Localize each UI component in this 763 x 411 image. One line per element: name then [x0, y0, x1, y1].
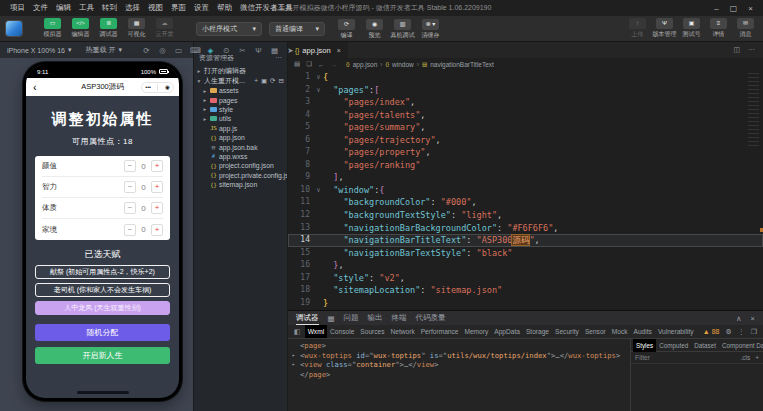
- devtools-tab-memory[interactable]: Memory: [461, 325, 491, 338]
- hot-reload-dropdown[interactable]: 热重载 开 ▾: [86, 45, 122, 55]
- wxml-node[interactable]: <page>: [292, 341, 628, 351]
- inspect-icon[interactable]: ◎: [158, 46, 167, 55]
- breadcrumb-item[interactable]: app.json: [353, 61, 378, 68]
- expand-arrow-icon[interactable]: ▸: [292, 351, 300, 361]
- action-button[interactable]: ▥真机调试: [390, 19, 415, 40]
- keyboard-icon[interactable]: ⌨: [190, 46, 199, 55]
- devtools-tab-network[interactable]: Network: [388, 325, 418, 338]
- menu-item[interactable]: 工具: [75, 3, 98, 13]
- branch-icon[interactable]: Ψ: [254, 46, 263, 55]
- scissors-icon[interactable]: ✂: [238, 46, 247, 55]
- minus-button[interactable]: −: [124, 224, 136, 236]
- dock-icon[interactable]: ◧: [290, 328, 305, 336]
- styles-tab-dataset[interactable]: Dataset: [691, 339, 719, 352]
- project-action-button[interactable]: ✉消息: [733, 18, 758, 39]
- menu-item[interactable]: 微信开发者工具: [236, 3, 297, 13]
- talent-button[interactable]: 老司机 (你和家人不会发生车祸): [35, 283, 170, 297]
- wxml-node[interactable]: </page>: [292, 370, 628, 380]
- grid-icon[interactable]: ▦: [270, 46, 279, 55]
- file-row[interactable]: ▸utils: [194, 114, 287, 123]
- start-life-button[interactable]: 开启新人生: [35, 347, 170, 364]
- minus-button[interactable]: −: [124, 202, 136, 214]
- action-button[interactable]: ⟳编译: [334, 19, 359, 40]
- filter-input[interactable]: [635, 354, 736, 361]
- panel-grid-icon[interactable]: ▦: [328, 314, 335, 323]
- fold-icon[interactable]: ∨: [314, 84, 323, 97]
- plus-button[interactable]: +: [151, 202, 163, 214]
- add-style-icon[interactable]: +: [755, 354, 759, 361]
- debugger-tab[interactable]: 终端: [392, 313, 407, 323]
- fold-icon[interactable]: ∨: [314, 71, 323, 84]
- menu-item[interactable]: 选择: [121, 3, 144, 13]
- gear-icon[interactable]: ⚙: [725, 328, 731, 336]
- menu-item[interactable]: 编辑: [52, 3, 75, 13]
- devtools-tab-storage[interactable]: Storage: [523, 325, 552, 338]
- devtools-tab-performance[interactable]: Performance: [418, 325, 462, 338]
- menu-item[interactable]: 视图: [144, 3, 167, 13]
- styles-tab-styles[interactable]: Styles: [633, 339, 656, 352]
- bookmark-icon[interactable]: ❏: [306, 60, 312, 68]
- module-button[interactable]: ≣调试器: [96, 18, 121, 39]
- file-row[interactable]: {}project.config.json: [194, 161, 287, 170]
- refresh-icon[interactable]: ⟳: [142, 46, 151, 55]
- breadcrumb-item[interactable]: window: [392, 61, 414, 68]
- plus-button[interactable]: +: [151, 181, 163, 193]
- code-editor[interactable]: 1∨{2∨ "pages":[3 "pages/index",4 "pages/…: [288, 70, 763, 310]
- refresh-icon[interactable]: ⟳: [270, 77, 275, 85]
- new-file-icon[interactable]: +: [254, 77, 258, 85]
- devtools-tab-sensor[interactable]: Sensor: [582, 325, 609, 338]
- styles-tab-computed[interactable]: Computed: [656, 339, 691, 352]
- file-row[interactable]: JSapp.js: [194, 124, 287, 133]
- debugger-tab[interactable]: 问题: [344, 313, 359, 323]
- mode-dropdown[interactable]: 小程序模式 ▾: [196, 22, 262, 36]
- warning-badge[interactable]: ▲88: [703, 328, 720, 335]
- random-assign-button[interactable]: 随机分配: [35, 324, 170, 341]
- devtools-tab-vulnerability[interactable]: Vulnerability: [655, 325, 697, 338]
- split-editor-icon[interactable]: ◫: [733, 46, 740, 54]
- project-action-button[interactable]: Ψ版本管理: [652, 18, 677, 39]
- menu-item[interactable]: 文件: [29, 3, 52, 13]
- action-button[interactable]: ◉预览: [362, 19, 387, 40]
- close-icon[interactable]: ×: [751, 314, 755, 323]
- module-button[interactable]: </>编辑器: [68, 18, 93, 39]
- file-row[interactable]: ▸style: [194, 105, 287, 114]
- menu-item[interactable]: 界面: [167, 3, 190, 13]
- device-dropdown[interactable]: iPhone X 100% 16 ▾: [7, 46, 72, 54]
- wxml-node[interactable]: ▸<wux-toptips id="wux-toptips" is="utils…: [292, 351, 628, 361]
- minimize-icon[interactable]: –: [714, 4, 718, 13]
- file-row[interactable]: {}project.private.config.js...: [194, 171, 287, 180]
- expand-arrow-icon[interactable]: ▸: [292, 360, 300, 370]
- debugger-tab[interactable]: 代码质量: [416, 313, 446, 323]
- devtools-tab-appdata[interactable]: AppData: [491, 325, 523, 338]
- more-icon[interactable]: ⋯: [748, 46, 755, 54]
- new-folder-icon[interactable]: ▣: [261, 77, 267, 85]
- undock-icon[interactable]: ❐: [751, 328, 757, 336]
- file-row[interactable]: ▸assets: [194, 86, 287, 95]
- maximize-icon[interactable]: ▢: [730, 4, 738, 13]
- close-icon[interactable]: ×: [748, 4, 753, 13]
- nav-forward-icon[interactable]: →: [330, 61, 337, 68]
- devtools-tab-mock[interactable]: Mock: [609, 325, 631, 338]
- module-button[interactable]: ☁云开发: [152, 18, 177, 39]
- file-row[interactable]: {}sitemap.json: [194, 180, 287, 189]
- project-section[interactable]: ▾ 人生重开模... + ▣ ⟳ ⊟: [194, 76, 287, 86]
- exit-target-icon[interactable]: ◉: [165, 84, 170, 90]
- module-button[interactable]: ▦可视化: [124, 18, 149, 39]
- nav-back-icon[interactable]: ←: [318, 61, 325, 68]
- minus-button[interactable]: −: [124, 181, 136, 193]
- breadcrumb-item[interactable]: navigationBarTitleText: [430, 61, 494, 68]
- file-row[interactable]: ▸pages: [194, 95, 287, 104]
- menu-item[interactable]: 帮助: [213, 3, 236, 13]
- devtools-tab-sources[interactable]: Sources: [357, 325, 387, 338]
- styles-tab-component-data[interactable]: Component Data: [719, 339, 763, 352]
- file-row[interactable]: {}app.json: [194, 133, 287, 142]
- project-action-button[interactable]: ≡详情: [706, 18, 731, 39]
- kebab-menu-icon[interactable]: ⋮: [738, 328, 745, 336]
- action-button[interactable]: ⊗ ▾清缓存: [418, 19, 443, 40]
- close-icon[interactable]: ×: [337, 47, 341, 54]
- cls-toggle[interactable]: .cls: [740, 354, 750, 361]
- collapse-panel-icon[interactable]: ∧: [736, 314, 742, 323]
- compass-icon[interactable]: ◈: [206, 46, 215, 55]
- talent-button[interactable]: 人中龙凤 (天生双重性别): [35, 301, 170, 315]
- minus-button[interactable]: −: [124, 160, 136, 172]
